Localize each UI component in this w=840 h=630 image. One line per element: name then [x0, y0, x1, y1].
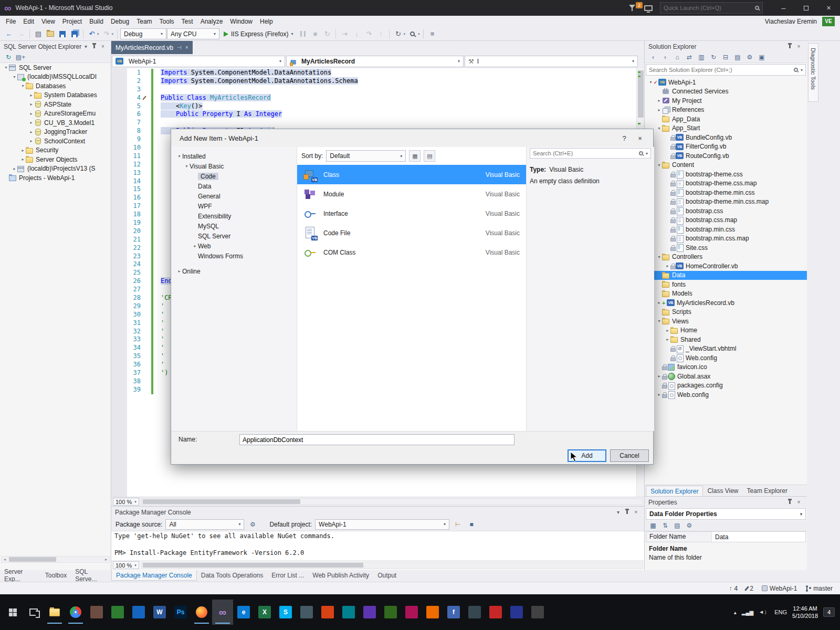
navigate-back-icon[interactable]: ←	[3, 28, 15, 40]
collapsed-arrow-icon[interactable]: ▸	[192, 244, 198, 248]
solution-tree-item[interactable]: ▸Home	[645, 326, 807, 335]
default-project-dropdown[interactable]: WebApi-1▾	[315, 519, 449, 530]
solution-tree-item[interactable]: ▾✓WebApi-1	[645, 78, 807, 87]
quick-launch-input[interactable]	[664, 5, 752, 11]
tab-sql-serve-[interactable]: SQL Serve...	[71, 570, 111, 581]
solution-tree-item[interactable]: bootstrap.css.map	[645, 216, 807, 225]
solution-tree-item[interactable]: ▾Controllers	[645, 253, 807, 262]
collapsed-arrow-icon[interactable]: ▸	[20, 148, 26, 153]
pause-icon[interactable]	[297, 28, 309, 40]
app-orange-red[interactable]	[317, 600, 338, 625]
template-item-code-file[interactable]: VBCode FileVisual Basic	[297, 223, 526, 243]
chrome[interactable]	[65, 600, 86, 625]
tab-error-list-[interactable]: Error List ...	[267, 570, 308, 581]
refresh-icon[interactable]: ↻	[3, 52, 14, 62]
menu-build[interactable]: Build	[86, 18, 107, 25]
collapsed-arrow-icon[interactable]: ▸	[656, 300, 662, 305]
tab-class-view[interactable]: Class View	[703, 486, 742, 496]
solution-search-box[interactable]: ▾	[646, 64, 806, 76]
file-explorer[interactable]	[44, 600, 65, 625]
chevron-down-icon[interactable]: ▾	[801, 68, 803, 72]
category-item[interactable]: Extensibility	[171, 211, 297, 221]
solution-tree-item[interactable]: ▾Content	[645, 161, 807, 170]
app-brown[interactable]	[86, 600, 107, 625]
photoshop[interactable]: Ps	[170, 600, 191, 625]
app-olive[interactable]	[380, 600, 401, 625]
home-icon[interactable]: ⌂	[672, 52, 682, 62]
category-item[interactable]: General	[171, 191, 297, 201]
tab-solution-explorer[interactable]: Solution Explorer	[646, 486, 703, 496]
dialog-close-button[interactable]: ×	[632, 132, 648, 144]
browser-link-refresh-icon[interactable]: ↻	[392, 28, 404, 40]
app-indigo[interactable]	[506, 600, 527, 625]
properties-object-dropdown[interactable]: Data Folder Properties▾	[646, 508, 806, 520]
monitor-icon[interactable]	[644, 5, 653, 11]
expanded-arrow-icon[interactable]: ▾	[656, 255, 662, 259]
expanded-arrow-icon[interactable]: ▾	[3, 65, 9, 70]
solution-tree-item[interactable]: ▸Web.config	[645, 390, 807, 400]
add-sql-server-icon[interactable]: ▤+	[15, 52, 26, 62]
menu-project[interactable]: Project	[59, 18, 86, 25]
redo-icon[interactable]: ↷	[101, 28, 112, 40]
tab-web-publish-activity[interactable]: Web Publish Activity	[308, 570, 373, 581]
close-icon[interactable]: ×	[794, 498, 803, 507]
dialog-search-box[interactable]: ▾	[530, 148, 651, 159]
step-into-icon[interactable]: ↓	[351, 28, 362, 40]
cancel-button[interactable]: Cancel	[610, 449, 649, 462]
app-red[interactable]	[485, 600, 506, 625]
sql-tree-item[interactable]: ▾SQL Server	[0, 63, 111, 72]
collapsed-arrow-icon[interactable]: ▸	[28, 93, 34, 98]
property-row[interactable]: Folder Name Data	[646, 532, 805, 542]
solution-tree-item[interactable]: BundleConfig.vb	[645, 133, 807, 142]
close-icon[interactable]: ×	[632, 508, 640, 517]
properties-icon[interactable]: ⚙	[744, 52, 755, 62]
scroll-left-icon[interactable]: ◂	[2, 556, 8, 562]
chevron-down-icon[interactable]: ▾	[614, 508, 623, 517]
expanded-arrow-icon[interactable]: ▾	[656, 163, 662, 167]
find-in-files-icon[interactable]	[407, 28, 418, 40]
expanded-arrow-icon[interactable]: ▾	[656, 319, 662, 323]
solution-tree-item[interactable]: _ViewStart.vbhtml	[645, 344, 807, 354]
collapsed-arrow-icon[interactable]: ▸	[28, 120, 34, 125]
collapsed-arrow-icon[interactable]: ▸	[656, 392, 662, 397]
solution-tree-item[interactable]: Connected Services	[645, 87, 807, 97]
category-item[interactable]: ▸Web	[171, 241, 297, 251]
tab-server-exp-[interactable]: Server Exp...	[0, 570, 41, 581]
new-project-icon[interactable]: ▤	[33, 28, 44, 40]
expanded-arrow-icon[interactable]: ▾	[176, 154, 182, 159]
solution-tree-item[interactable]: bootstrap.min.css.map	[645, 234, 807, 244]
task-view-button[interactable]	[23, 600, 44, 625]
tab-toolbox[interactable]: Toolbox	[41, 570, 71, 581]
collapsed-arrow-icon[interactable]: ▸	[656, 98, 662, 103]
solution-tree-item[interactable]: fonts	[645, 280, 807, 289]
stop-icon[interactable]: ■	[309, 28, 321, 40]
menu-test[interactable]: Test	[178, 18, 197, 25]
solution-tree-item[interactable]: bootstrap-theme.css.map	[645, 179, 807, 188]
chevron-down-icon[interactable]: ▾	[646, 151, 648, 156]
solution-tree-item[interactable]: ▸+MyArticlesRecord.vb	[645, 298, 807, 308]
category-item[interactable]: SQL Server	[171, 231, 297, 241]
package-source-dropdown[interactable]: All▾	[165, 519, 244, 530]
edge[interactable]: e	[233, 600, 254, 625]
collapsed-arrow-icon[interactable]: ▸	[20, 157, 26, 162]
save-all-icon[interactable]	[69, 28, 80, 40]
property-value[interactable]: Data	[712, 533, 731, 541]
minimize-button[interactable]: –	[772, 0, 795, 16]
solution-tree-item[interactable]: FilterConfig.vb	[645, 142, 807, 152]
platform-dropdown[interactable]: Any CPU▾	[167, 28, 219, 39]
sql-tree-item[interactable]: ▸CU_VB_3.Model1	[0, 118, 111, 128]
solution-tree-item[interactable]: bootstrap-theme.css	[645, 170, 807, 179]
collapsed-arrow-icon[interactable]: ▸	[665, 337, 670, 342]
pin-icon[interactable]	[785, 43, 794, 51]
pmc-zoom-dropdown[interactable]: 100 %▾	[113, 561, 139, 569]
dialog-search-input[interactable]	[533, 150, 636, 156]
forward-icon[interactable]: ›	[660, 52, 670, 62]
stop-host-icon[interactable]: ■	[466, 519, 477, 530]
open-file-icon[interactable]	[45, 28, 56, 40]
collapsed-arrow-icon[interactable]: ▸	[28, 102, 34, 107]
expanded-arrow-icon[interactable]: ▾	[12, 75, 17, 79]
menu-help[interactable]: Help	[256, 18, 277, 25]
app-green[interactable]	[107, 600, 128, 625]
collapsed-arrow-icon[interactable]: ▸	[665, 328, 670, 333]
start-button[interactable]	[2, 600, 23, 625]
